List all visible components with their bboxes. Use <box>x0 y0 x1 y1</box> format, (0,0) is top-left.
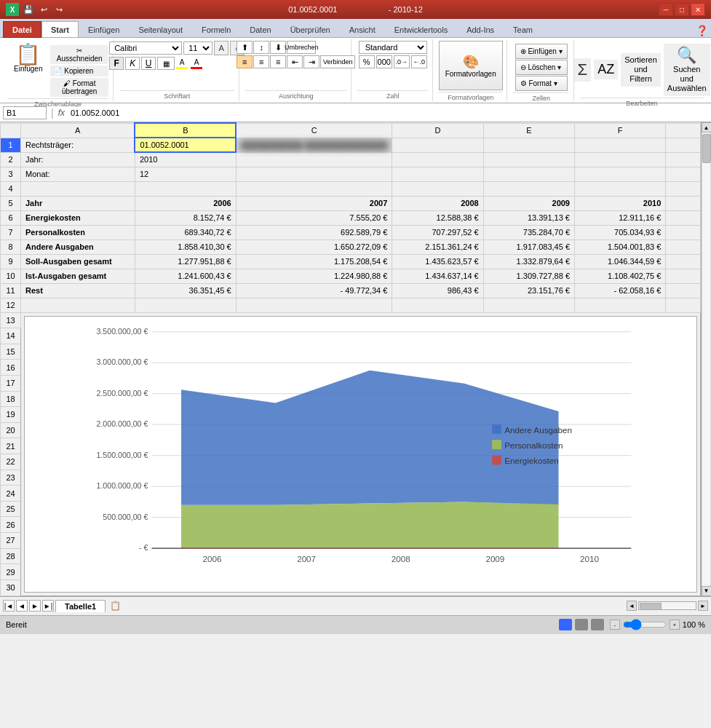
cell-b7[interactable]: 689.340,72 € <box>135 225 236 240</box>
cell-reference-input[interactable] <box>3 106 47 119</box>
tab-datei[interactable]: Datei <box>3 21 41 38</box>
cell-d3[interactable] <box>392 167 483 181</box>
cell-b5[interactable]: 2006 <box>135 196 236 210</box>
page-break-view-icon[interactable] <box>591 619 604 630</box>
scroll-left-button[interactable]: ◄ <box>627 601 637 611</box>
cell-e1[interactable] <box>483 138 574 152</box>
cell-c12[interactable] <box>236 298 392 312</box>
scrollbar-track[interactable] <box>702 132 711 586</box>
tab-addins[interactable]: Add-Ins <box>457 22 504 37</box>
cell-e6[interactable]: 13.391,13 € <box>483 210 574 225</box>
cell-a7[interactable]: Personalkosten <box>21 225 135 240</box>
cell-e5[interactable]: 2009 <box>483 196 574 210</box>
cell-a5[interactable]: Jahr <box>21 196 135 210</box>
cell-d8[interactable]: 2.151.361,24 € <box>392 240 483 254</box>
cell-c7[interactable]: 692.589,79 € <box>236 225 392 240</box>
cell-d9[interactable]: 1.435.623,57 € <box>392 254 483 269</box>
cell-e11[interactable]: 23.151,76 € <box>483 283 574 298</box>
tab-start[interactable]: Start <box>41 21 79 38</box>
scroll-up-button[interactable]: ▲ <box>702 122 712 132</box>
cell-a10[interactable]: Ist-Ausgaben gesamt <box>21 269 135 283</box>
font-family-select[interactable]: Calibri <box>109 41 182 55</box>
cell-f2[interactable] <box>575 152 666 167</box>
increase-decimal-button[interactable]: .0→ <box>394 55 410 68</box>
formula-input[interactable] <box>68 107 708 119</box>
h-scrollbar-track[interactable] <box>638 601 696 610</box>
cell-e9[interactable]: 1.332.879,64 € <box>483 254 574 269</box>
close-button[interactable]: ✕ <box>691 3 705 16</box>
zoom-slider[interactable] <box>623 619 667 630</box>
zellen-format-button[interactable]: ⚙ Format ▾ <box>515 76 568 91</box>
tab-ansicht[interactable]: Ansicht <box>340 22 385 37</box>
help-button[interactable]: ❓ <box>695 24 708 37</box>
cell-e7[interactable]: 735.284,70 € <box>483 225 574 240</box>
redo-button[interactable]: ↪ <box>52 3 65 16</box>
decrease-indent-button[interactable]: ⇤ <box>287 55 303 68</box>
cell-f5[interactable]: 2010 <box>575 196 666 210</box>
minimize-button[interactable]: ─ <box>659 3 673 16</box>
cell-a4[interactable] <box>21 181 135 196</box>
tab-formeln[interactable]: Formeln <box>192 22 240 37</box>
suchen-button[interactable]: 🔍 Suchen undAuswählen <box>664 44 710 96</box>
tab-ueberpruefen[interactable]: Überprüfen <box>281 22 340 37</box>
chart-cell[interactable]: 3.500.000,00 € 3.000.000,00 € 2.500.000,… <box>21 312 701 596</box>
col-header-b[interactable]: B <box>135 123 236 138</box>
next-sheet-button[interactable]: ► <box>29 600 41 612</box>
page-layout-view-icon[interactable] <box>575 619 588 630</box>
increase-font-button[interactable]: A <box>214 41 229 55</box>
cell-c11[interactable]: - 49.772,34 € <box>236 283 392 298</box>
decrease-decimal-button[interactable]: ←.0 <box>411 55 427 68</box>
col-header-d[interactable]: D <box>392 123 483 138</box>
az-button[interactable]: AZ <box>594 60 618 79</box>
zellen-einfuegen-button[interactable]: ⊕ Einfügen ▾ <box>515 44 568 59</box>
percent-button[interactable]: % <box>359 55 375 68</box>
tab-seitenlayout[interactable]: Seitenlayout <box>129 22 192 37</box>
scroll-down-button[interactable]: ▼ <box>702 586 712 596</box>
tab-daten[interactable]: Daten <box>240 22 280 37</box>
zoom-in-button[interactable]: + <box>670 620 680 630</box>
cell-c9[interactable]: 1.175.208,54 € <box>236 254 392 269</box>
cell-d10[interactable]: 1.434.637,14 € <box>392 269 483 283</box>
tab-einfuegen[interactable]: Einfügen <box>79 22 129 37</box>
cell-a11[interactable]: Rest <box>21 283 135 298</box>
cell-d12[interactable] <box>392 298 483 312</box>
align-right-button[interactable]: ≡ <box>270 55 286 68</box>
cell-f4[interactable] <box>575 181 666 196</box>
cell-a6[interactable]: Energiekosten <box>21 210 135 225</box>
cell-c6[interactable]: 7.555,20 € <box>236 210 392 225</box>
cell-b1[interactable]: 01.0052.0001 <box>135 138 236 152</box>
cell-d1[interactable] <box>392 138 483 152</box>
cell-f6[interactable]: 12.911,16 € <box>575 210 666 225</box>
cell-f11[interactable]: - 62.058,16 € <box>575 283 666 298</box>
prev-sheet-button[interactable]: ◄ <box>16 600 28 612</box>
bold-button[interactable]: F <box>109 57 124 70</box>
cell-a2[interactable]: Jahr: <box>21 152 135 167</box>
align-middle-button[interactable]: ↕ <box>253 41 269 54</box>
scrollbar-thumb[interactable] <box>702 134 711 163</box>
cell-b9[interactable]: 1.277.951,88 € <box>135 254 236 269</box>
cell-a3[interactable]: Monat: <box>21 167 135 181</box>
cell-b4[interactable] <box>135 181 236 196</box>
col-header-a[interactable]: A <box>21 123 135 138</box>
border-button[interactable]: ▦ <box>157 57 175 70</box>
tab-entwicklertools[interactable]: Entwicklertools <box>385 22 457 37</box>
cell-f12[interactable] <box>575 298 666 312</box>
save-button[interactable]: 💾 <box>22 3 35 16</box>
cell-d7[interactable]: 707.297,52 € <box>392 225 483 240</box>
h-scrollbar-thumb[interactable] <box>640 603 662 610</box>
merge-center-button[interactable]: Verbinden <box>320 55 355 68</box>
ausschneiden-button[interactable]: ✂ Ausschneiden <box>50 45 108 64</box>
italic-button[interactable]: K <box>125 57 140 70</box>
number-format-select[interactable]: Standard <box>359 41 427 54</box>
cell-e4[interactable] <box>483 181 574 196</box>
first-sheet-button[interactable]: |◄ <box>3 600 15 612</box>
cell-a8[interactable]: Andere Ausgaben <box>21 240 135 254</box>
cell-a12[interactable] <box>21 298 135 312</box>
cell-f1[interactable] <box>575 138 666 152</box>
cell-f10[interactable]: 1.108.402,75 € <box>575 269 666 283</box>
cell-b6[interactable]: 8.152,74 € <box>135 210 236 225</box>
normal-view-icon[interactable] <box>559 619 572 630</box>
col-header-f[interactable]: F <box>575 123 666 138</box>
cell-c8[interactable]: 1.650.272,09 € <box>236 240 392 254</box>
wrap-text-button[interactable]: Umbrechen <box>287 41 316 54</box>
